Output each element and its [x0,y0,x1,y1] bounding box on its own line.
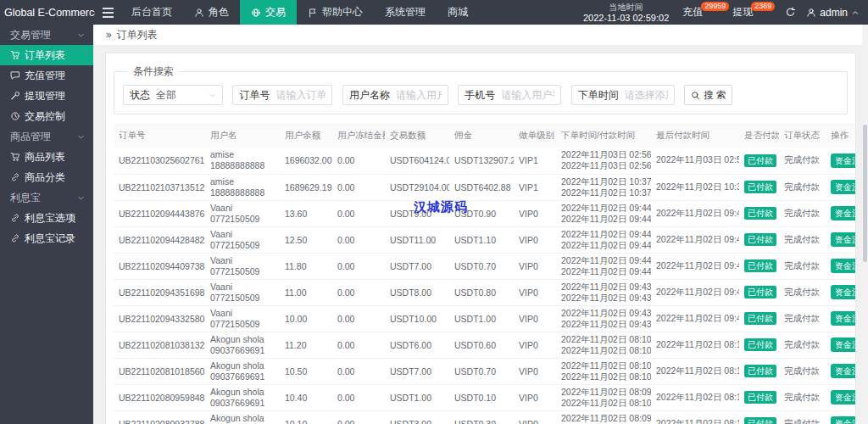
nav-item-trade[interactable]: 交易 [240,0,297,25]
cell-status: 完成付款 [779,226,826,253]
paid-badge: 已付款 [744,312,776,325]
cell-balance: 10.50 [280,358,332,384]
funds-flow-button[interactable]: 资金流水 [831,311,856,326]
user-name-field: 用户名称 [342,85,448,105]
hamburger-menu-icon[interactable] [95,0,120,25]
cell-amount: USDT604124.00 [385,148,449,174]
cell-order-no: UB2211020809327888 [114,410,205,424]
topbar-right: 当地时间 2022-11-03 02:59:02 充值 29959 提现 236… [583,0,868,25]
funds-flow-button[interactable]: 资金流水 [831,206,856,220]
cell-level: VIP0 [514,253,556,279]
recharge-link[interactable]: 充值 29959 [682,5,729,20]
cell-order-pay-time: 2022年11月02日 09:43:51 2022年11月02日 09:43:5… [556,279,651,305]
order-time-field: 下单时间 [571,85,675,105]
cell-order-pay-time: 2022年11月02日 08:09:32 2022年11月02日 08:09:4… [556,410,651,424]
cell-status: 完成付款 [779,305,826,332]
funds-flow-button[interactable]: 资金流水 [831,153,856,168]
cell-user: Akogun shola 09037669691 [205,410,280,424]
cell-user: Vaani 0772150509 [205,226,280,253]
local-time: 当地时间 2022-11-03 02:59:02 [583,3,669,23]
sidebar-item-product-list[interactable]: 商品列表 [0,147,93,167]
cell-order-pay-time: 2022年11月02日 08:10:18 2022年11月02日 08:10:2… [556,358,651,384]
table-row: UB2211020944097384 Vaani 0772150509 11.8… [114,253,856,279]
top-nav: 后台首页 角色 交易 帮助中心 系统管理 商城 [120,0,479,25]
cell-level: VIP0 [514,279,556,305]
scrollbar-track[interactable] [862,25,868,424]
table-body: UB2211030256027615 amise 18888888888 169… [114,148,856,424]
sidebar-item-interest-options[interactable]: 利息宝选项 [0,208,93,228]
cell-action: 资金流水 [826,358,856,384]
sidebar-item-recharge-management[interactable]: 充值管理 [0,65,93,86]
withdraw-link[interactable]: 提现 2369 [732,5,775,20]
cell-level: VIP1 [514,148,556,174]
sidebar-item-withdraw-management[interactable]: 提现管理 [0,86,93,106]
cell-order-no: UB2211020943516989 [114,279,205,305]
phone-input[interactable] [501,89,554,101]
cell-frozen: 0.00 [332,384,385,410]
cell-amount: USDT11.00 [385,226,449,253]
nav-item-roles[interactable]: 角色 [183,0,240,25]
cell-paid: 已付款 [739,305,779,332]
cell-last-pay-time: 2022年11月02日 09:44:58 [651,226,739,253]
cell-last-pay-time: 2022年11月02日 09:44:39 [651,253,739,279]
cell-paid: 已付款 [739,148,779,174]
funds-flow-button[interactable]: 资金流水 [831,180,856,194]
flag-icon [308,8,318,18]
app-logo: Global E-Commerce... [0,7,95,19]
paid-badge: 已付款 [744,286,776,298]
nav-item-dashboard[interactable]: 后台首页 [120,0,183,25]
user-name-input[interactable] [396,89,442,101]
cell-action: 资金流水 [826,174,856,200]
table-row: UB2211020943516989 Vaani 0772150509 11.0… [114,279,856,305]
cell-paid: 已付款 [739,332,779,358]
cell-order-pay-time: 2022年11月03日 02:56:02 2022年11月03日 02:56:1… [556,148,651,174]
funds-flow-button[interactable]: 资金流水 [831,285,856,299]
funds-flow-button[interactable]: 资金流水 [831,390,856,404]
funds-flow-button[interactable]: 资金流水 [831,259,856,273]
withdraw-count-badge: 2369 [751,2,775,11]
cell-last-pay-time: 2022年11月02日 09:44:21 [651,279,739,305]
nav-item-system[interactable]: 系统管理 [374,0,437,25]
sidebar-group-interest-treasure[interactable]: 利息宝 [0,187,93,208]
nav-item-mall[interactable]: 商城 [437,0,479,25]
funds-flow-button[interactable]: 资金流水 [831,338,856,352]
sidebar-item-product-category[interactable]: 商品分类 [0,167,93,187]
refresh-icon[interactable] [785,7,796,18]
funds-flow-button[interactable]: 资金流水 [831,364,856,378]
sidebar-item-interest-records[interactable]: 利息宝记录 [0,228,93,248]
cell-status: 完成付款 [779,332,826,358]
scrollbar-thumb[interactable] [863,125,867,262]
cell-order-no: UB2211021037135125 [114,174,205,200]
nav-item-help-center[interactable]: 帮助中心 [297,0,374,25]
sidebar-group-trade-management[interactable]: 交易管理 [0,25,93,45]
cell-level: VIP0 [514,305,556,332]
cell-commission: USDT0.70 [449,358,514,384]
order-no-input[interactable] [275,89,326,101]
cell-order-no: UB2211020943325804 [114,305,205,332]
cell-commission: USDT6402.88 [449,174,514,200]
filter-legend: 条件搜索 [128,64,179,79]
sidebar-group-product-management[interactable]: 商品管理 [0,126,93,147]
user-menu[interactable]: admin [806,7,868,19]
globe-icon [251,8,261,18]
link-icon [10,233,20,243]
cell-frozen: 0.00 [332,305,385,332]
search-button[interactable]: 搜 索 [684,85,732,105]
cell-balance: 10.00 [280,305,332,332]
funds-flow-button[interactable]: 资金流水 [831,416,856,424]
funds-flow-button[interactable]: 资金流水 [831,232,856,247]
cell-paid: 已付款 [739,279,779,305]
cell-order-no: UB2211020810185603 [114,358,205,384]
cell-status: 完成付款 [779,279,826,305]
sidebar-item-trade-control[interactable]: 交易控制 [0,106,93,126]
cell-order-no: UB2211020810381326 [114,332,205,358]
phone-field: 手机号 [458,85,561,105]
sidebar-item-order-list[interactable]: 订单列表 [0,45,93,65]
search-icon [691,91,700,100]
status-select[interactable]: 状态 全部 [123,85,223,105]
cell-commission: USDT1.00 [449,305,514,332]
cell-last-pay-time: 2022年11月03日 02:56:32 [651,148,739,174]
cell-action: 资金流水 [826,200,856,226]
cell-frozen: 0.00 [332,410,385,424]
order-time-input[interactable] [625,89,668,101]
